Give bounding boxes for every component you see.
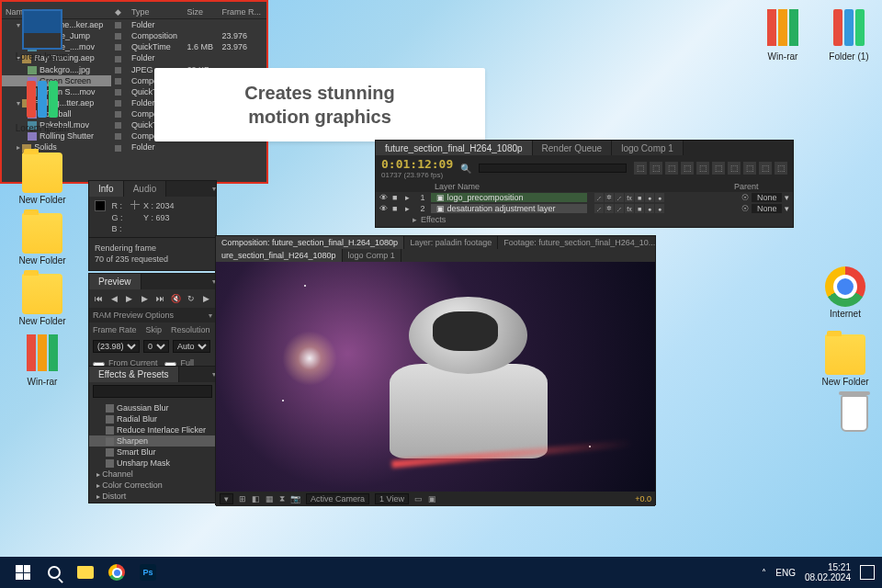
tab-audio[interactable]: Audio [124,181,167,197]
loop-button[interactable]: ↻ [186,292,198,305]
snapshot-icon[interactable]: 📷 [290,494,300,503]
view-dropdown[interactable]: 1 View [375,493,409,504]
label-color-icon[interactable] [115,89,121,96]
effect-category[interactable]: Distort [89,491,216,502]
tool-icon[interactable]: ⬚ [634,162,647,175]
tool-icon[interactable]: ⬚ [650,162,662,175]
col-framerate[interactable]: Frame R... [218,6,266,19]
tool-icon[interactable]: ⬚ [696,162,709,175]
comp-subtab-2[interactable]: logo Comp 1 [343,249,401,262]
effect-item[interactable]: Radial Blur [89,413,216,424]
time-navigator[interactable] [479,164,627,173]
start-button[interactable] [7,557,39,588]
effect-item[interactable]: Gaussian Blur [89,402,216,413]
desktop-icon-folder[interactable]: New Folder [816,334,875,387]
panel-menu-icon[interactable]: ▾ [212,185,216,193]
clock[interactable]: 15:21 08.02.2024 [805,562,851,582]
effect-category[interactable]: Color Correction [89,480,216,491]
language-indicator[interactable]: ENG [775,568,796,578]
search-button[interactable] [39,557,70,588]
play-button[interactable]: ▶ [124,292,136,305]
effect-category[interactable]: Channel [89,469,216,480]
chrome-button[interactable] [101,557,132,588]
search-icon[interactable]: 🔍 [460,164,471,174]
mask-icon[interactable]: ◧ [252,494,260,503]
effect-item[interactable]: Unsharp Mask [89,458,216,469]
effect-item[interactable]: Reduce Interlace Flicker [89,424,216,435]
last-frame-button[interactable]: ⏭ [154,292,166,305]
region-icon[interactable]: ▣ [428,494,436,503]
notifications-button[interactable] [860,565,875,580]
ram-preview-button[interactable]: ▶ [200,292,212,305]
label-color-icon[interactable] [115,56,121,62]
desktop-icon-rar[interactable]: Win-rar [13,334,72,387]
label-color-icon[interactable] [115,33,121,40]
comp-subtab-1[interactable]: ure_section_final_H264_1080p [216,249,343,262]
tool-icon[interactable]: ⬚ [681,162,694,175]
timeline-tab-3[interactable]: logo Comp 1 [612,141,684,155]
desktop-icon-folder[interactable]: New Folder [13,213,72,266]
effects-search-input[interactable] [93,385,212,398]
effect-item[interactable]: Sharpen [89,435,216,447]
desktop-icon-rar[interactable]: Win-rar [753,9,812,62]
label-color-icon[interactable] [115,111,121,118]
col-type[interactable]: Type [128,6,183,19]
comp-tab-2[interactable]: Layer: paladin footage [404,236,498,249]
tab-effects[interactable]: Effects & Presets [89,367,179,382]
tool-icon[interactable]: ⬚ [712,162,725,175]
grid-icon[interactable]: ⊞ [239,494,246,503]
col-label-icon[interactable]: ◆ [111,6,128,19]
active-camera-dropdown[interactable]: Active Camera [306,493,369,504]
label-color-icon[interactable] [115,133,121,140]
first-frame-button[interactable]: ⏮ [93,292,105,305]
desktop-icon-folder[interactable]: New Folder [13,274,72,326]
next-frame-button[interactable]: ▶ [139,292,151,305]
timeline-tab-1[interactable]: future_section_final_H264_1080p [376,141,533,155]
dropdown-icon[interactable]: ▾ [209,311,212,320]
visibility-icon[interactable]: 👁 [379,193,389,202]
resolution-select[interactable]: Auto [173,340,210,353]
explorer-button[interactable] [70,557,101,588]
label-color-icon[interactable] [115,100,121,107]
label-color-icon[interactable] [115,67,121,74]
view-icon[interactable]: ▭ [414,494,423,503]
effect-item[interactable]: Smart Blur [89,447,216,458]
desktop-icon-folder[interactable]: New Folder [13,153,72,205]
desktop-icon-pc[interactable]: Lorem Ipsum [13,9,72,62]
comp-tab-3[interactable]: Footage: future_section_final_H264_10... [498,236,655,249]
lock-icon[interactable]: ■ [392,193,401,202]
col-size[interactable]: Size [183,6,218,19]
prev-frame-button[interactable]: ◀ [108,292,120,305]
label-color-icon[interactable] [115,145,121,152]
tool-icon[interactable]: ⬚ [743,162,756,175]
zoom-dropdown[interactable]: ▾ [220,493,233,504]
tool-icon[interactable]: ⬚ [775,162,787,175]
timeline-layer[interactable]: 👁■▸2▣ desaturation adjustment layer⟋✲⟋fx… [376,203,793,214]
tray-chevron-icon[interactable]: ˄ [762,568,766,578]
exposure-value[interactable]: +0.0 [635,494,651,503]
mute-button[interactable]: 🔇 [170,292,182,305]
desktop-icon-chrome[interactable]: Internet [816,266,875,319]
comp-tab-1[interactable]: Composition: future_section_final_H.264_… [216,236,404,249]
composition-viewport[interactable] [216,262,655,492]
current-timecode[interactable]: 0:01:12:09 [381,157,453,171]
desktop-icon-trash[interactable] [825,393,882,434]
timeline-tab-2[interactable]: Render Queue [533,141,613,155]
desktop-icon-binders[interactable]: Lorem Ipsum [13,81,72,133]
desktop-icon-binders[interactable]: Folder (1) [820,9,878,62]
visibility-icon[interactable]: 👁 [379,204,389,213]
tab-preview[interactable]: Preview [89,274,141,289]
skip-select[interactable]: 0 [143,340,169,353]
tool-icon[interactable]: ⬚ [759,162,772,175]
project-row[interactable]: SolidsFolder [2,141,266,153]
tool-icon[interactable]: ⬚ [728,162,741,175]
label-color-icon[interactable] [115,78,121,85]
label-color-icon[interactable] [115,122,121,129]
timeline-layer[interactable]: 👁■▸1▣ logo_precomposition⟋✲⟋fx■●●☉ None … [376,192,793,203]
tool-icon[interactable]: ⬚ [665,162,678,175]
tab-info[interactable]: Info [89,181,124,197]
framerate-select[interactable]: (23.98) [93,340,140,353]
label-color-icon[interactable] [115,44,121,51]
label-color-icon[interactable] [115,22,121,28]
lock-icon[interactable]: ■ [392,204,401,213]
